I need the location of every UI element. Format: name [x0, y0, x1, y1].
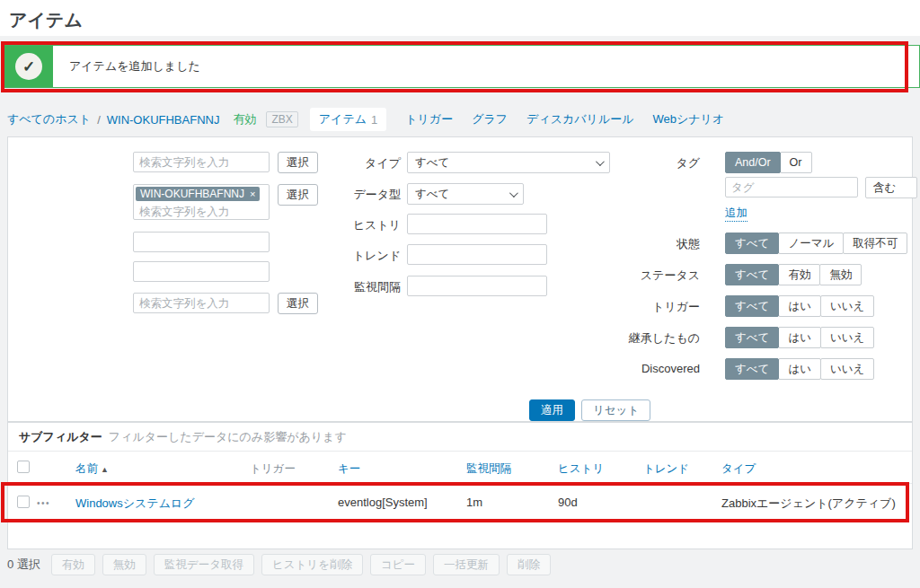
- status-disabled-button[interactable]: 無効: [819, 264, 862, 285]
- subfilter-bar: サブフィルター フィルターしたデータにのみ影響があります: [8, 423, 912, 452]
- inherited-segment: すべて はい いいえ: [725, 327, 874, 348]
- tab-triggers[interactable]: トリガー: [405, 111, 453, 127]
- row-history: 90d: [558, 496, 578, 509]
- host-input-placeholder[interactable]: 検索文字列を入力: [134, 203, 269, 222]
- host-group-input[interactable]: [133, 152, 270, 172]
- success-icon-block: ✓: [4, 46, 53, 87]
- reset-button[interactable]: リセット: [581, 399, 650, 421]
- type-label: タイプ: [281, 155, 401, 171]
- row-context-menu-icon[interactable]: •••: [37, 498, 50, 508]
- column-header-history[interactable]: ヒストリ: [558, 461, 604, 477]
- table-header-row: 名前▲ トリガー キー 監視間隔 ヒストリ トレンド タイプ: [8, 452, 912, 484]
- inherited-all-button[interactable]: すべて: [725, 327, 779, 348]
- column-header-interval[interactable]: 監視間隔: [466, 461, 511, 477]
- success-message-text: アイテムを追加しました: [53, 46, 200, 87]
- status-enabled-button[interactable]: 有効: [778, 264, 820, 285]
- breadcrumb: すべてのホスト / WIN-OKUFHBAFNNJ 有効 ZBX アイテム 1 …: [7, 107, 724, 132]
- row-type: Zabbixエージェント(アクティブ): [721, 496, 896, 512]
- discovered-segment: すべて はい いいえ: [725, 358, 874, 380]
- filter-panel: ホストグループ 選択 ホスト WIN-OKUFHBAFNNJ × 検索文字列を入…: [7, 136, 913, 422]
- state-normal-button[interactable]: ノーマル: [778, 233, 844, 254]
- breadcrumb-separator: /: [97, 113, 101, 127]
- type-select[interactable]: すべて: [407, 152, 610, 173]
- row-interval: 1m: [466, 496, 482, 509]
- enable-button[interactable]: 有効: [51, 554, 95, 575]
- execute-now-button[interactable]: 監視データ取得: [154, 554, 254, 575]
- row-item-name-link[interactable]: Windowsシステムログ: [75, 496, 195, 512]
- column-header-trends[interactable]: トレンド: [643, 461, 689, 477]
- title-strip: [0, 0, 920, 36]
- discovered-yes-button[interactable]: はい: [778, 358, 821, 380]
- state-all-button[interactable]: すべて: [725, 233, 779, 254]
- state-segment: すべて ノーマル 取得不可: [725, 233, 907, 254]
- data-type-label: データ型: [281, 187, 401, 203]
- tab-items[interactable]: アイテム 1: [310, 108, 386, 131]
- tag-name-input[interactable]: [725, 177, 858, 197]
- breadcrumb-host-link[interactable]: WIN-OKUFHBAFNNJ: [107, 113, 220, 127]
- chip-remove-icon[interactable]: ×: [250, 189, 255, 199]
- type-select-value: すべて: [415, 155, 449, 171]
- delete-button[interactable]: 削除: [507, 554, 551, 575]
- check-icon: ✓: [22, 59, 35, 75]
- triggers-yes-button[interactable]: はい: [778, 295, 821, 317]
- status-label: ステータス: [583, 268, 700, 284]
- trends-label: トレンド: [281, 248, 401, 264]
- status-segment: すべて 有効 無効: [725, 264, 862, 285]
- discovered-label: Discovered: [583, 362, 700, 375]
- success-message: ✓ アイテムを追加しました: [4, 45, 920, 88]
- tag-operator-value: 含む: [873, 180, 896, 196]
- tag-operator-select[interactable]: 含む: [865, 177, 917, 198]
- state-label: 状態: [583, 236, 700, 252]
- status-all-button[interactable]: すべて: [725, 264, 779, 285]
- history-label: ヒストリ: [281, 217, 401, 233]
- inherited-no-button[interactable]: いいえ: [820, 327, 874, 348]
- name-input[interactable]: [133, 232, 270, 252]
- interval-label: 監視間隔: [281, 279, 401, 295]
- column-header-key[interactable]: キー: [338, 461, 360, 477]
- breadcrumb-all-hosts-link[interactable]: すべてのホスト: [7, 111, 91, 127]
- selected-count: 0 選択: [7, 557, 40, 573]
- column-header-triggers: トリガー: [250, 461, 296, 477]
- select-all-checkbox[interactable]: [17, 461, 30, 473]
- apply-button[interactable]: 適用: [529, 399, 575, 421]
- inherited-yes-button[interactable]: はい: [778, 327, 821, 348]
- interval-input[interactable]: [407, 276, 547, 296]
- tag-mode-segment: And/Or Or: [725, 152, 812, 173]
- tag-mode-or-button[interactable]: Or: [780, 152, 812, 173]
- tab-web-scenarios[interactable]: Webシナリオ: [653, 111, 725, 127]
- tag-add-link[interactable]: 追加: [725, 206, 748, 222]
- tab-graphs[interactable]: グラフ: [472, 111, 508, 127]
- row-key: eventlog[System]: [338, 496, 428, 509]
- discovered-all-button[interactable]: すべて: [725, 358, 779, 380]
- value-mapping-select-button[interactable]: 選択: [278, 293, 318, 314]
- items-table-panel: サブフィルター フィルターしたデータにのみ影響があります 名前▲ トリガー キー…: [7, 422, 913, 549]
- check-circle-icon: ✓: [15, 53, 42, 80]
- tag-mode-andor-button[interactable]: And/Or: [725, 152, 781, 173]
- column-header-name[interactable]: 名前▲: [75, 461, 109, 477]
- triggers-all-button[interactable]: すべて: [725, 295, 779, 317]
- discovered-no-button[interactable]: いいえ: [820, 358, 874, 380]
- triggers-no-button[interactable]: いいえ: [820, 295, 874, 317]
- host-chip: WIN-OKUFHBAFNNJ ×: [136, 187, 260, 201]
- footer-action-bar: 0 選択 有効 無効 監視データ取得 ヒストリを削除 コピー 一括更新 削除: [7, 554, 558, 575]
- history-input[interactable]: [407, 214, 547, 234]
- trends-input[interactable]: [407, 244, 547, 265]
- mass-update-button[interactable]: 一括更新: [433, 554, 500, 575]
- clear-history-button[interactable]: ヒストリを削除: [261, 554, 363, 575]
- data-type-select[interactable]: すべて: [407, 183, 524, 205]
- key-input[interactable]: [133, 261, 270, 282]
- subfilter-hint: フィルターしたデータにのみ影響があります: [109, 429, 347, 445]
- row-checkbox[interactable]: [17, 496, 30, 508]
- zbx-badge: ZBX: [266, 111, 297, 127]
- subfilter-title: サブフィルター: [19, 429, 102, 445]
- chevron-down-icon: [509, 189, 518, 197]
- inherited-label: 継承したもの: [583, 330, 700, 347]
- column-header-type[interactable]: タイプ: [721, 461, 756, 477]
- host-multiselect[interactable]: WIN-OKUFHBAFNNJ × 検索文字列を入力: [133, 184, 270, 220]
- value-mapping-input[interactable]: [133, 293, 270, 313]
- tab-items-label: アイテム: [319, 111, 367, 127]
- tab-discovery-rules[interactable]: ディスカバリルール: [526, 111, 633, 127]
- disable-button[interactable]: 無効: [102, 554, 146, 575]
- state-notsupported-button[interactable]: 取得不可: [843, 233, 907, 254]
- copy-button[interactable]: コピー: [370, 554, 426, 575]
